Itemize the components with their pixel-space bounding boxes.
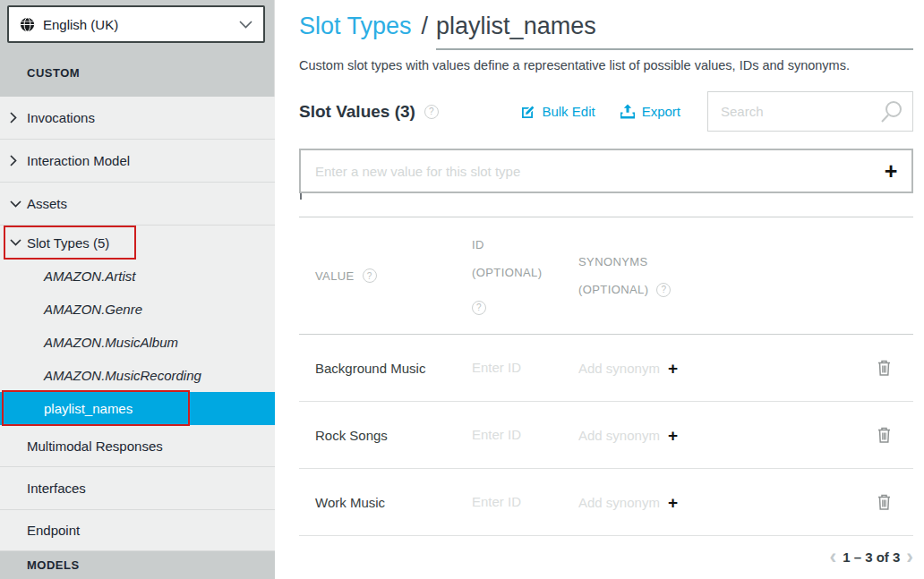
synonym-input[interactable] [578,495,664,510]
chevron-right-icon [10,112,27,123]
column-header-id: ID (OPTIONAL) ? [456,231,562,320]
add-synonym-button[interactable]: + [668,494,678,511]
table-row: Background Music + [299,335,913,402]
slot-value-text[interactable]: Background Music [299,361,456,376]
sidebar-item-interfaces[interactable]: Interfaces [0,467,275,510]
breadcrumb-current-wrap: playlist_names [436,13,913,50]
language-label: English (UK) [43,17,239,32]
sidebar-section-custom: CUSTOM [27,66,80,80]
table-row: Work Music + [299,469,913,536]
export-icon [620,104,636,119]
add-value-button[interactable]: + [870,160,911,183]
page-title: playlist_names [436,13,596,39]
language-selector[interactable]: English (UK) [7,5,265,43]
sidebar: English (UK) CUSTOM Invocations Interact… [0,0,275,579]
trash-icon [877,493,892,511]
new-slot-value-box: + [299,149,913,193]
pagination-label: 1 – 3 of 3 [843,549,900,565]
slot-values-table: VALUE ? ID (OPTIONAL) ? SYNONYMS (OPTION… [299,217,913,566]
input-caret-mark [300,193,302,200]
chevron-down-icon [10,200,27,208]
pagination: ‹ 1 – 3 of 3 › [299,548,913,566]
table-row: Rock Songs + [299,402,913,469]
breadcrumb: Slot Types / playlist_names [299,13,913,50]
trash-icon [877,426,892,444]
help-icon[interactable]: ? [656,283,671,297]
main-content: Slot Types / playlist_names Custom slot … [299,0,913,566]
breadcrumb-slot-types-link[interactable]: Slot Types [299,13,412,40]
search-icon[interactable] [878,99,903,124]
sidebar-item-amazon-genre[interactable]: AMAZON.Genre [0,293,275,326]
add-synonym-button[interactable]: + [668,360,678,377]
chevron-right-icon [10,155,27,166]
search-input[interactable] [721,104,878,119]
sidebar-item-assets[interactable]: Assets [0,183,275,226]
sidebar-item-endpoint[interactable]: Endpoint [0,510,275,551]
id-input[interactable] [472,360,557,375]
sidebar-section-models: MODELS [0,551,275,579]
pagination-next-icon[interactable]: › [906,548,913,566]
sidebar-item-amazon-musicrecording[interactable]: AMAZON.MusicRecording [0,359,275,392]
sidebar-item-multimodal-responses[interactable]: Multimodal Responses [0,425,275,467]
bulk-edit-icon [521,105,535,119]
sidebar-top: English (UK) CUSTOM [0,0,274,97]
add-synonym-button[interactable]: + [668,427,678,444]
export-button[interactable]: Export [620,104,680,119]
help-icon[interactable]: ? [472,301,486,315]
trash-icon [877,359,892,377]
sidebar-item-invocations[interactable]: Invocations [0,97,275,140]
synonym-input[interactable] [578,361,664,376]
id-input[interactable] [472,494,557,509]
sidebar-item-slot-types[interactable]: Slot Types (5) [0,226,275,260]
delete-row-button[interactable] [877,359,892,377]
delete-row-button[interactable] [877,493,892,511]
sidebar-item-amazon-artist[interactable]: AMAZON.Artist [0,260,275,293]
slot-value-text[interactable]: Work Music [299,495,456,510]
page-description: Custom slot types with values define a r… [299,58,913,72]
slot-values-toolbar: Slot Values (3) ? Bulk Edit Export [299,91,913,132]
delete-row-button[interactable] [877,426,892,444]
search-box [707,91,913,132]
table-header: VALUE ? ID (OPTIONAL) ? SYNONYMS (OPTION… [299,217,913,335]
column-header-synonyms: SYNONYMS (OPTIONAL) ? [562,248,863,303]
pagination-prev-icon[interactable]: ‹ [829,548,836,566]
sidebar-item-amazon-musicalbum[interactable]: AMAZON.MusicAlbum [0,326,275,359]
column-header-value: VALUE ? [299,262,456,290]
new-slot-value-input[interactable] [301,164,870,179]
chevron-down-icon [239,21,252,29]
slot-values-title: Slot Values (3) [299,102,415,122]
slot-value-text[interactable]: Rock Songs [299,428,456,443]
help-icon[interactable]: ? [363,268,377,283]
sidebar-item-playlist-names[interactable]: playlist_names [0,392,275,425]
sidebar-nav: Invocations Interaction Model Assets Slo… [0,97,275,551]
sidebar-item-interaction-model[interactable]: Interaction Model [0,140,275,183]
globe-icon [20,17,35,32]
help-icon[interactable]: ? [424,105,439,119]
breadcrumb-separator: / [422,13,429,40]
synonym-input[interactable] [578,428,664,443]
chevron-down-icon [10,239,27,246]
bulk-edit-button[interactable]: Bulk Edit [521,104,595,119]
id-input[interactable] [472,427,557,442]
